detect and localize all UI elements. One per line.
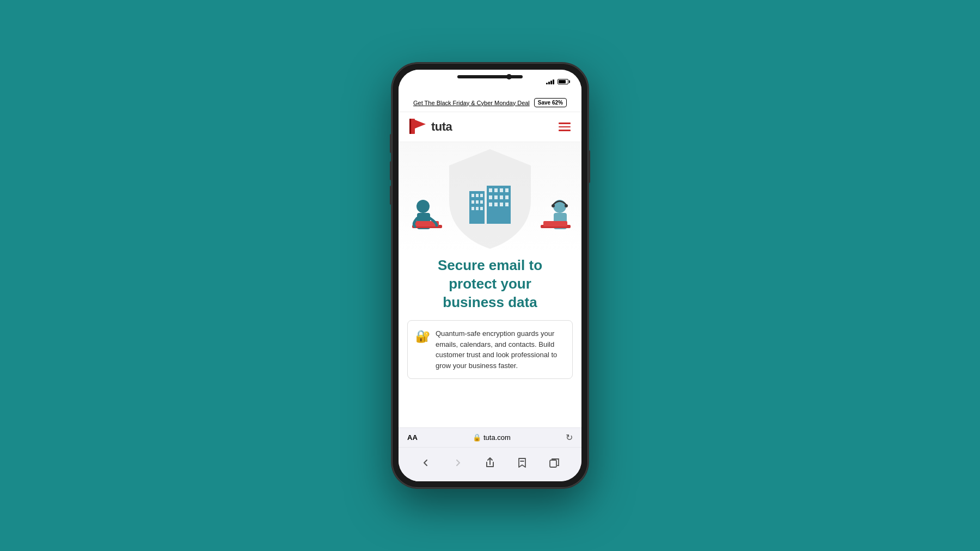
encryption-lock-icon: 🔐	[415, 329, 430, 344]
svg-rect-17	[505, 188, 509, 192]
status-bar-camera	[506, 74, 512, 79]
status-bar-notch	[457, 75, 523, 78]
svg-rect-12	[480, 207, 483, 210]
menu-line-3	[559, 130, 571, 131]
svg-rect-22	[489, 203, 492, 206]
svg-rect-15	[494, 188, 498, 192]
save-badge: Save 62%	[534, 98, 567, 107]
svg-rect-14	[489, 188, 492, 192]
svg-rect-35	[543, 221, 567, 226]
info-card-text: Quantum-safe encryption guards your emai…	[436, 328, 565, 371]
phone-device: Get The Black Friday & Cyber Monday Deal…	[392, 63, 588, 488]
svg-rect-5	[476, 194, 479, 197]
svg-rect-16	[500, 188, 503, 192]
hero-text: Secure email to protect your business da…	[399, 251, 581, 320]
info-card: 🔐 Quantum-safe encryption guards your em…	[407, 320, 573, 379]
bookmarks-button[interactable]	[512, 453, 532, 473]
svg-rect-2	[409, 119, 411, 134]
url-lock-icon: 🔒	[473, 433, 481, 442]
signal-icon	[546, 79, 554, 84]
svg-rect-6	[480, 194, 483, 197]
svg-rect-9	[480, 200, 483, 204]
phone-screen: Get The Black Friday & Cyber Monday Deal…	[399, 70, 581, 481]
svg-marker-1	[415, 120, 426, 128]
svg-point-26	[416, 200, 430, 213]
forward-button[interactable]	[448, 453, 468, 473]
person-right-graphic	[530, 191, 573, 246]
svg-rect-19	[494, 195, 498, 199]
tabs-button[interactable]	[544, 453, 564, 473]
building-graphic	[468, 183, 512, 232]
nav-header: tuta	[399, 112, 581, 142]
menu-line-2	[559, 126, 571, 128]
svg-rect-4	[471, 194, 474, 197]
svg-point-32	[565, 204, 568, 207]
battery-icon	[558, 79, 568, 84]
logo-container[interactable]: tuta	[409, 119, 452, 135]
svg-rect-36	[550, 460, 556, 467]
svg-rect-25	[505, 203, 509, 206]
url-domain-container[interactable]: 🔒 tuta.com	[473, 433, 511, 442]
svg-point-31	[552, 204, 555, 207]
svg-rect-24	[500, 203, 503, 206]
hero-illustration	[399, 142, 581, 251]
menu-line-1	[559, 123, 571, 124]
url-domain-text: tuta.com	[483, 433, 511, 442]
menu-button[interactable]	[559, 123, 571, 131]
svg-rect-23	[494, 203, 498, 206]
hero-heading: Secure email to protect your business da…	[412, 256, 568, 311]
bottom-nav-bar	[399, 447, 581, 481]
status-bar	[399, 70, 581, 94]
svg-rect-10	[471, 207, 474, 210]
svg-rect-20	[500, 195, 503, 199]
svg-rect-18	[489, 195, 492, 199]
svg-rect-21	[505, 195, 509, 199]
svg-rect-11	[476, 207, 479, 210]
content-area: Secure email to protect your business da…	[399, 142, 581, 427]
svg-rect-7	[471, 200, 474, 204]
svg-rect-8	[476, 200, 479, 204]
person-left-graphic	[409, 191, 453, 246]
status-icons	[546, 79, 568, 84]
promo-text: Get The Black Friday & Cyber Monday Deal	[413, 100, 530, 106]
url-bar[interactable]: AA 🔒 tuta.com ↻	[399, 427, 581, 447]
back-button[interactable]	[416, 453, 436, 473]
logo-text: tuta	[431, 120, 452, 134]
aa-text-size[interactable]: AA	[407, 433, 418, 442]
tuta-logo-icon	[409, 119, 429, 135]
share-button[interactable]	[480, 453, 500, 473]
promo-banner[interactable]: Get The Black Friday & Cyber Monday Deal…	[399, 94, 581, 112]
reload-button[interactable]: ↻	[566, 432, 573, 443]
